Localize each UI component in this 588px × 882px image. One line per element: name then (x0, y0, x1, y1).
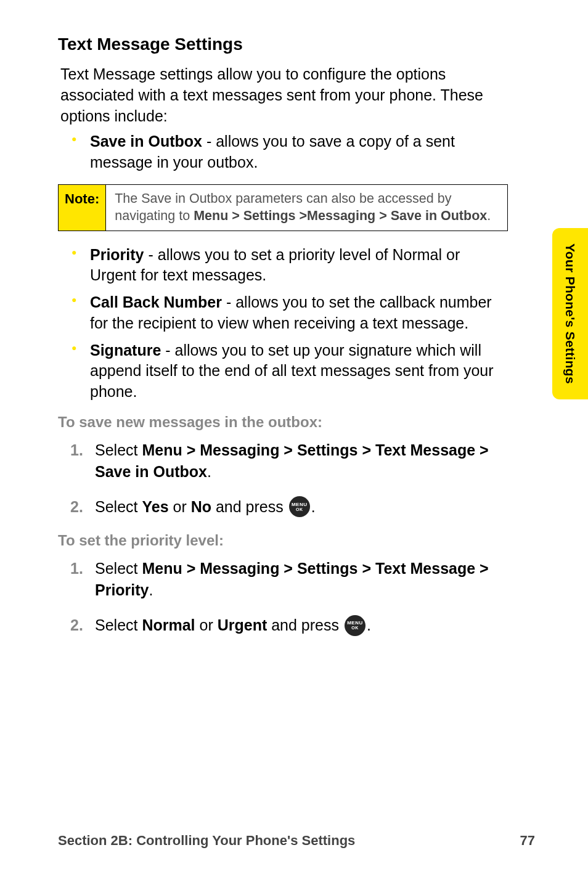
side-tab: Your Phone's Settings (552, 228, 588, 399)
step-path: Menu > Messaging > Settings > Text Messa… (95, 441, 489, 480)
bullet-rest: - allows you to set a priority level of … (90, 246, 460, 284)
step-1-save: Select Menu > Messaging > Settings > Tex… (70, 439, 508, 483)
step-opt-no: No (191, 498, 211, 515)
icon-line1: MENU (347, 621, 363, 626)
step-end: . (367, 616, 371, 634)
step-2-priority: Select Normal or Urgent and press MENUOK… (70, 615, 508, 637)
step-pre: Select (95, 560, 142, 577)
step-pre: Select (95, 441, 142, 459)
step-1-priority: Select Menu > Messaging > Settings > Tex… (70, 558, 508, 601)
step-post: . (149, 581, 153, 598)
bullet-signature: Signature - allows you to set up your si… (71, 340, 508, 402)
footer-page-number: 77 (520, 833, 535, 849)
menu-ok-icon: MENUOK (289, 496, 310, 517)
subhead-save-new-messages: To save new messages in the outbox: (58, 414, 514, 431)
page-footer: Section 2B: Controlling Your Phone's Set… (58, 833, 535, 849)
bullet-title: Call Back Number (90, 293, 222, 311)
step-path: Menu > Messaging > Settings > Text Messa… (95, 560, 489, 598)
step-opt-yes: Yes (142, 498, 168, 515)
step-opt-urgent: Urgent (218, 616, 267, 634)
icon-line2: OK (351, 626, 359, 630)
intro-paragraph: Text Message settings allow you to confi… (60, 64, 508, 126)
step-post: . (207, 463, 211, 480)
bullet-title: Save in Outbox (90, 133, 202, 150)
step-after: and press (267, 616, 343, 634)
step-after: and press (211, 498, 288, 515)
icon-line2: OK (296, 507, 303, 512)
step-mid: or (169, 498, 191, 515)
bullet-save-in-outbox: Save in Outbox - allows you to save a co… (71, 131, 508, 173)
side-tab-label: Your Phone's Settings (563, 243, 578, 384)
step-opt-normal: Normal (142, 616, 195, 634)
step-mid: or (195, 616, 218, 634)
step-2-save: Select Yes or No and press MENUOK. (70, 496, 508, 518)
note-path: Menu > Settings >Messaging > Save in Out… (194, 208, 487, 223)
footer-section-title: Section 2B: Controlling Your Phone's Set… (58, 833, 355, 849)
bullet-callback-number: Call Back Number - allows you to set the… (71, 292, 508, 334)
step-end: . (311, 498, 316, 515)
icon-line1: MENU (292, 502, 308, 507)
subhead-priority-level: To set the priority level: (58, 532, 514, 549)
note-content: The Save in Outbox parameters can also b… (106, 185, 507, 231)
bullet-title: Priority (90, 246, 144, 263)
menu-ok-icon: MENUOK (345, 615, 365, 636)
note-label: Note: (59, 185, 106, 231)
step-pre: Select (95, 498, 142, 515)
step-pre: Select (95, 616, 142, 634)
bullet-title: Signature (90, 341, 161, 359)
heading-text-message-settings: Text Message Settings (58, 35, 514, 54)
note-post: . (487, 208, 491, 223)
bullet-priority: Priority - allows you to set a priority … (71, 245, 508, 287)
note-box: Note: The Save in Outbox parameters can … (58, 184, 508, 231)
